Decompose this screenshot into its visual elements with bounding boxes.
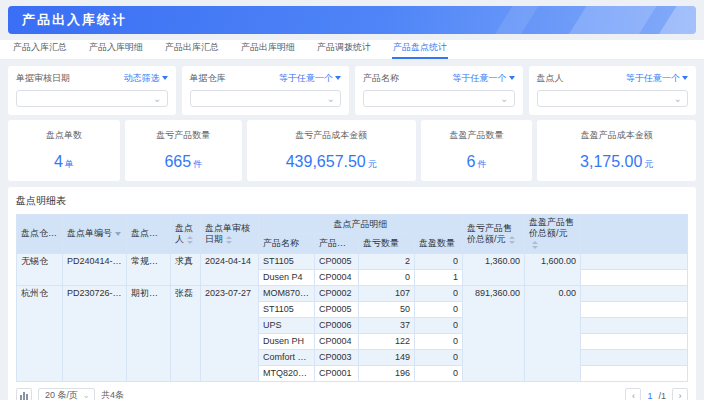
stat-card: 盘盈产品数量6件	[421, 120, 533, 181]
col-header-product-name[interactable]: 产品名称	[259, 234, 315, 253]
cell-filler	[581, 269, 688, 285]
filter-operator-link[interactable]: 动态筛选	[124, 72, 168, 85]
col-header-doc-no[interactable]: 盘点单编号	[63, 215, 127, 254]
filter-header-row: 产品名称等于任意一个	[363, 72, 515, 85]
tab-item[interactable]: 产品入库明细	[88, 41, 144, 59]
stat-unit: 件	[478, 159, 487, 169]
cell-filler	[581, 349, 688, 365]
tab-item[interactable]: 产品出库汇总	[164, 41, 220, 59]
cell-loss-qty: 149	[359, 349, 415, 365]
column-settings-button[interactable]	[16, 388, 32, 400]
cell-product-code: CP0005	[315, 301, 359, 317]
cell-filler	[581, 365, 688, 381]
stat-card: 盘亏产品数量665件	[125, 120, 242, 181]
filter-card: 单据审核日期动态筛选⌄	[8, 66, 176, 115]
sort-icon[interactable]	[226, 236, 232, 244]
stat-label: 盘点单数	[12, 129, 116, 142]
cell-product-name: MOM8700-HS2R	[259, 285, 315, 301]
cell-loss-qty: 37	[359, 317, 415, 333]
cell-gain-qty: 1	[415, 269, 463, 285]
chevron-down-icon: ⌄	[500, 92, 508, 106]
cell-gain-total: 0.00	[525, 285, 581, 381]
triangle-down-icon	[682, 76, 688, 80]
filter-select[interactable]: ⌄	[190, 90, 342, 107]
stat-label: 盘亏产品成本金额	[251, 129, 412, 142]
banner-decoration	[481, 6, 544, 34]
cell-product-name: Dusen P4	[259, 269, 315, 285]
current-page[interactable]: 1	[647, 391, 652, 400]
col-header-label: 盘亏产品售价总额/元	[467, 223, 512, 244]
cell-gain-qty: 0	[415, 253, 463, 269]
triangle-down-icon	[162, 76, 168, 80]
page-size-select[interactable]: 20 条/页 ⌄	[38, 388, 95, 400]
next-page-button[interactable]: ›	[672, 388, 688, 400]
triangle-down-icon	[509, 76, 515, 80]
cell-loss-qty: 2	[359, 253, 415, 269]
inventory-count-table: 盘点仓库 盘点单编号 盘点类型 盘点人 盘点单审核日期 盘点产品明细 盘亏产品售…	[16, 214, 688, 382]
cell-product-name: ST1105	[259, 301, 315, 317]
col-header-loss-qty[interactable]: 盘亏数量	[359, 234, 415, 253]
filter-header-row: 单据仓库等于任意一个	[190, 72, 342, 85]
filter-header-row: 盘点人等于任意一个	[537, 72, 689, 85]
filter-operator-link[interactable]: 等于任意一个	[453, 72, 515, 85]
stat-unit: 件	[193, 159, 202, 169]
table-row: 杭州仓PD230726-01期初盘点张磊2023-07-27MOM8700-HS…	[17, 285, 688, 301]
col-header-label: 盘点单编号	[67, 228, 112, 238]
filter-label: 单据审核日期	[16, 72, 70, 85]
stat-label: 盘盈产品数量	[425, 129, 529, 142]
filter-header-row: 单据审核日期动态筛选	[16, 72, 168, 85]
cell-product-name: ST1105	[259, 253, 315, 269]
tab-active[interactable]: 产品盘点统计	[392, 41, 448, 59]
col-header-gain-qty[interactable]: 盘盈数量	[415, 234, 463, 253]
col-header-type[interactable]: 盘点类型	[127, 215, 171, 254]
stat-cards-row: 盘点单数4单盘亏产品数量665件盘亏产品成本金额439,657.50元盘盈产品数…	[8, 120, 696, 181]
stat-card: 盘点单数4单	[8, 120, 120, 181]
cell-product-code: CP0003	[315, 349, 359, 365]
col-header-gain-total[interactable]: 盘盈产品售价总额/元	[525, 215, 581, 254]
chevron-down-icon: ⌄	[674, 92, 682, 106]
sort-icon[interactable]	[187, 236, 193, 244]
cell-warehouse: 杭州仓	[17, 285, 63, 381]
stat-card: 盘盈产品成本金额3,175.00元	[537, 120, 696, 181]
cell-filler	[581, 333, 688, 349]
filter-operator-link[interactable]: 等于任意一个	[626, 72, 688, 85]
filter-card: 单据仓库等于任意一个⌄	[182, 66, 350, 115]
cell-gain-qty: 0	[415, 301, 463, 317]
tab-item[interactable]: 产品入库汇总	[12, 41, 68, 59]
sort-icon[interactable]	[532, 241, 538, 249]
stat-unit: 单	[65, 159, 74, 169]
cell-gain-qty: 0	[415, 285, 463, 301]
col-header-label: 盘点仓库	[21, 228, 57, 238]
total-pages: /1	[658, 391, 666, 400]
stat-unit: 元	[368, 159, 377, 169]
cell-loss-total: 1,360.00	[463, 253, 525, 285]
filter-operator-link[interactable]: 等于任意一个	[279, 72, 341, 85]
filter-select[interactable]: ⌄	[16, 90, 168, 107]
cell-product-code: CP0004	[315, 269, 359, 285]
col-header-product-code[interactable]: 产品编码	[315, 234, 359, 253]
cell-gain-qty: 0	[415, 317, 463, 333]
cell-product-code: CP0001	[315, 365, 359, 381]
cell-filler	[581, 253, 688, 269]
cell-product-code: CP0005	[315, 253, 359, 269]
filter-label: 单据仓库	[190, 72, 226, 85]
cell-loss-qty: 122	[359, 333, 415, 349]
col-header-audit-date[interactable]: 盘点单审核日期	[201, 215, 259, 254]
filter-select[interactable]: ⌄	[537, 90, 689, 107]
cell-loss-qty: 107	[359, 285, 415, 301]
col-header-person[interactable]: 盘点人	[171, 215, 201, 254]
pagination-bar: 20 条/页 ⌄ 共4条 ‹ 1 /1 ›	[16, 388, 688, 400]
col-header-warehouse[interactable]: 盘点仓库	[17, 215, 63, 254]
filter-label: 盘点人	[537, 72, 564, 85]
cell-audit-date: 2023-07-27	[201, 285, 259, 381]
cell-product-code: CP0002	[315, 285, 359, 301]
cell-loss-qty: 196	[359, 365, 415, 381]
tab-item[interactable]: 产品调拨统计	[316, 41, 372, 59]
filter-select[interactable]: ⌄	[363, 90, 515, 107]
prev-page-button[interactable]: ‹	[625, 388, 641, 400]
filter-dropdown-icon[interactable]	[115, 232, 121, 236]
sort-icon[interactable]	[509, 236, 515, 244]
cell-doc-no: PD230726-01	[63, 285, 127, 381]
tab-item[interactable]: 产品出库明细	[240, 41, 296, 59]
col-header-loss-total[interactable]: 盘亏产品售价总额/元	[463, 215, 525, 254]
